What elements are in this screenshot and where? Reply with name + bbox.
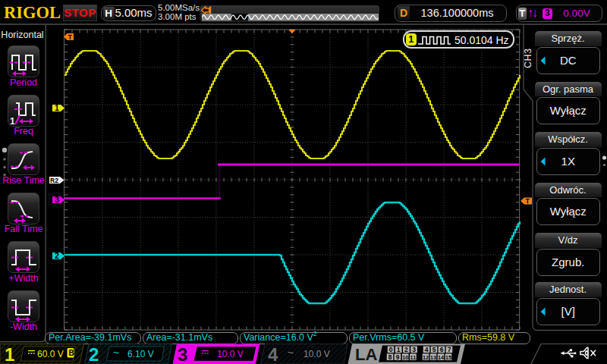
svg-text:15: 15 bbox=[445, 354, 451, 361]
svg-text:T: T bbox=[526, 197, 530, 205]
svg-text:11: 11 bbox=[410, 354, 417, 361]
svg-text:12: 12 bbox=[423, 354, 429, 361]
svg-text:10.0 V: 10.0 V bbox=[217, 349, 244, 359]
svg-text:8: 8 bbox=[388, 353, 392, 361]
svg-text:5: 5 bbox=[432, 346, 436, 353]
svg-text:14: 14 bbox=[438, 354, 444, 361]
svg-text:13: 13 bbox=[430, 354, 436, 361]
svg-text:1: 1 bbox=[55, 103, 59, 112]
svg-text:2: 2 bbox=[404, 346, 408, 353]
svg-text:60.0 V: 60.0 V bbox=[37, 349, 64, 359]
svg-text:~: ~ bbox=[288, 347, 294, 359]
svg-text:6: 6 bbox=[440, 346, 444, 353]
svg-text:9: 9 bbox=[396, 353, 400, 361]
svg-text:R2: R2 bbox=[50, 177, 58, 184]
svg-text:3: 3 bbox=[178, 344, 187, 364]
svg-text:1: 1 bbox=[5, 344, 14, 364]
svg-text:~: ~ bbox=[113, 347, 119, 359]
svg-text:B: B bbox=[69, 349, 74, 357]
svg-text:2: 2 bbox=[55, 251, 59, 260]
svg-text:4: 4 bbox=[425, 346, 429, 353]
svg-text:T: T bbox=[68, 33, 73, 41]
svg-text:10.0 V: 10.0 V bbox=[304, 349, 330, 359]
svg-text:LA: LA bbox=[355, 345, 377, 364]
svg-text:3: 3 bbox=[412, 346, 416, 353]
svg-text:6.10 V: 6.10 V bbox=[127, 349, 154, 359]
svg-text:2: 2 bbox=[89, 344, 99, 364]
svg-text:0: 0 bbox=[389, 346, 393, 353]
svg-text:1: 1 bbox=[397, 346, 401, 353]
svg-text:10: 10 bbox=[402, 354, 408, 361]
svg-text:7: 7 bbox=[448, 346, 451, 353]
svg-text:4: 4 bbox=[268, 344, 278, 364]
svg-text:1: 1 bbox=[10, 116, 15, 127]
svg-text:3: 3 bbox=[55, 195, 59, 204]
